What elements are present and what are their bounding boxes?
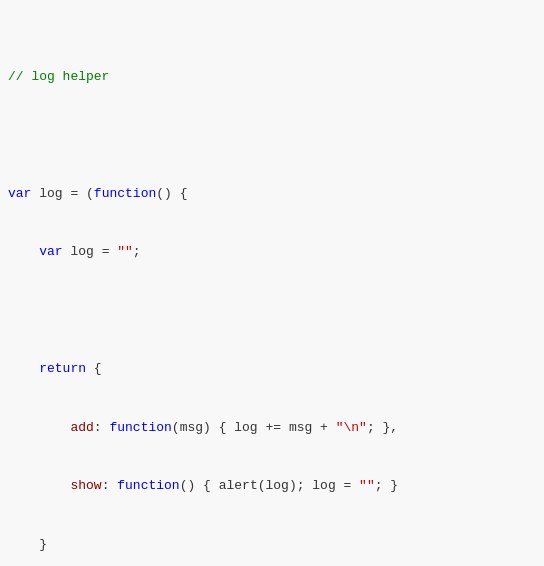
line-9: } (8, 535, 536, 555)
line-1: // log helper (8, 67, 536, 87)
line-8: show: function() { alert(log); log = "";… (8, 476, 536, 496)
line-4: var log = ""; (8, 242, 536, 262)
line-5 (8, 301, 536, 321)
line-2 (8, 125, 536, 145)
line-6: return { (8, 359, 536, 379)
code-container: // log helper var log = (function() { va… (0, 0, 544, 566)
line-7: add: function(msg) { log += msg + "\n"; … (8, 418, 536, 438)
line-3: var log = (function() { (8, 184, 536, 204)
code-block: // log helper var log = (function() { va… (4, 8, 540, 566)
